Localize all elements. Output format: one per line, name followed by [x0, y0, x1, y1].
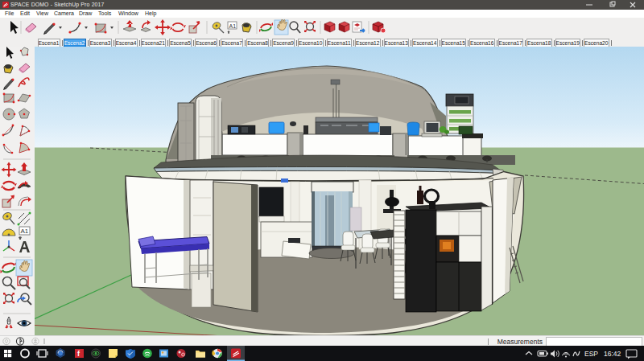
svg-text:16:42: 16:42 — [604, 350, 621, 358]
svg-text:A1: A1 — [21, 228, 29, 235]
svg-text:A1: A1 — [229, 23, 237, 29]
svg-text:ESP: ESP — [584, 350, 598, 358]
